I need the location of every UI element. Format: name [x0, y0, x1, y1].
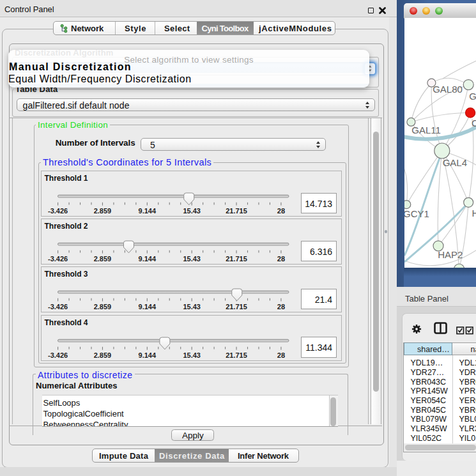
svg-text:GAL4: GAL4: [442, 157, 466, 168]
svg-text:-3.426: -3.426: [47, 207, 67, 215]
svg-text:GAL11: GAL11: [411, 125, 441, 135]
svg-text:15.43: 15.43: [183, 207, 201, 215]
svg-text:15.43: 15.43: [183, 351, 201, 358]
svg-text:28: 28: [277, 207, 284, 215]
svg-text:C: C: [472, 118, 476, 128]
svg-text:9.144: 9.144: [138, 255, 156, 263]
svg-text:28: 28: [277, 255, 284, 263]
svg-text:15.43: 15.43: [183, 303, 201, 311]
svg-text:21.715: 21.715: [226, 207, 247, 215]
svg-text:-3.426: -3.426: [47, 303, 67, 311]
svg-text:-3.426: -3.426: [47, 351, 67, 358]
svg-text:2.859: 2.859: [93, 303, 111, 311]
svg-text:2.859: 2.859: [93, 207, 111, 215]
svg-text:28: 28: [277, 303, 284, 311]
svg-text:H: H: [472, 208, 476, 219]
svg-text:9.144: 9.144: [138, 303, 156, 311]
svg-text:HAP2: HAP2: [438, 249, 463, 260]
svg-text:28: 28: [277, 351, 284, 358]
svg-text:15.43: 15.43: [183, 255, 201, 263]
svg-text:GCY1: GCY1: [404, 208, 429, 219]
svg-text:GA: GA: [469, 91, 476, 102]
svg-text:-3.426: -3.426: [47, 255, 67, 263]
svg-text:21.715: 21.715: [226, 303, 247, 311]
svg-text:2.859: 2.859: [93, 351, 111, 358]
svg-text:9.144: 9.144: [138, 207, 156, 215]
svg-text:21.715: 21.715: [226, 351, 247, 358]
svg-text:2.859: 2.859: [93, 255, 111, 263]
svg-text:GAL80: GAL80: [433, 84, 463, 95]
svg-text:21.715: 21.715: [226, 255, 247, 263]
svg-text:9.144: 9.144: [138, 351, 156, 358]
